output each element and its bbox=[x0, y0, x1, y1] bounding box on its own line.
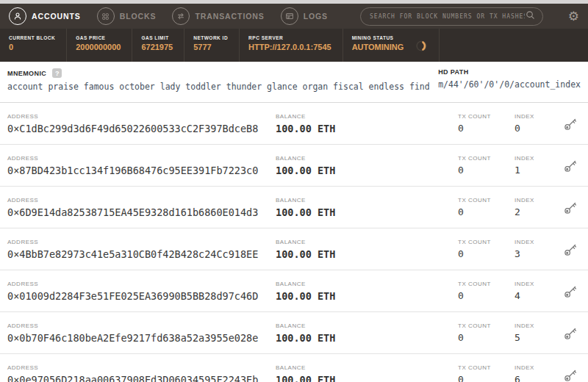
network-id-label: NETWORK ID bbox=[193, 35, 228, 40]
balance-label: BALANCE bbox=[276, 281, 458, 287]
account-tx-count: 0 bbox=[458, 374, 514, 382]
mnemonic-help-icon[interactable]: ? bbox=[52, 68, 62, 78]
tx-count-label: TX COUNT bbox=[458, 155, 514, 162]
account-row: ADDRESS 0×6D9E14da82538715EA45E9328d161b… bbox=[0, 187, 588, 228]
address-label: ADDRESS bbox=[7, 281, 276, 287]
index-label: INDEX bbox=[514, 155, 559, 162]
logs-window-icon bbox=[281, 7, 298, 25]
tab-logs[interactable]: LOGS bbox=[281, 7, 328, 25]
account-index: 5 bbox=[514, 332, 559, 343]
status-gas-limit: GAS LIMIT 6721975 bbox=[132, 29, 184, 62]
account-index: 1 bbox=[514, 165, 559, 176]
account-address: 0×0b70F46c180beA2Efe9217fd638a52a3955e02… bbox=[7, 332, 276, 344]
account-tx-count: 0 bbox=[458, 165, 514, 176]
search-input[interactable] bbox=[370, 13, 525, 20]
mnemonic-phrase: account praise famous october lady toddl… bbox=[7, 82, 430, 92]
account-address: 0×4BbB7e82973c41e5a310CB0f42B428c24Cc918… bbox=[7, 248, 276, 260]
account-row: ADDRESS 0×4BbB7e82973c41e5a310CB0f42B428… bbox=[0, 228, 588, 270]
current-block-value: 0 bbox=[9, 43, 55, 51]
account-index: 3 bbox=[514, 248, 559, 259]
account-list: ADDRESS 0×C1dBc299d3d6F49d65022600533cC2… bbox=[0, 103, 588, 382]
address-label: ADDRESS bbox=[7, 322, 276, 329]
account-index: 6 bbox=[514, 374, 559, 382]
show-private-key-icon[interactable] bbox=[562, 115, 579, 132]
rpc-server-value: HTTP://127.0.0.1:7545 bbox=[248, 43, 331, 51]
show-private-key-icon[interactable] bbox=[562, 240, 579, 258]
show-private-key-icon[interactable] bbox=[562, 198, 579, 216]
tab-transactions-label: TRANSACTIONS bbox=[195, 12, 264, 21]
settings-gear-icon[interactable]: ⚙ bbox=[568, 10, 579, 23]
hd-path-block: HD PATH m/44'/60'/0'/0/account_index bbox=[438, 68, 581, 102]
account-balance: 100.00 ETH bbox=[276, 332, 458, 344]
tx-count-label: TX COUNT bbox=[458, 113, 514, 120]
account-tx-count: 0 bbox=[458, 123, 514, 134]
gas-price-value: 2000000000 bbox=[76, 43, 121, 51]
gas-limit-label: GAS LIMIT bbox=[141, 35, 173, 40]
account-row: ADDRESS 0×87BD423b1cc134f196B68476c95EE3… bbox=[0, 145, 588, 187]
show-private-key-icon[interactable] bbox=[562, 324, 579, 342]
tab-blocks-label: BLOCKS bbox=[120, 12, 157, 21]
blocks-grid-icon bbox=[97, 7, 115, 25]
tab-blocks[interactable]: BLOCKS bbox=[97, 7, 157, 25]
current-block-label: CURRENT BLOCK bbox=[9, 35, 55, 40]
account-row: ADDRESS 0×0e97056D218aa00637908Ed3D06034… bbox=[0, 354, 588, 382]
account-address: 0×01009d2284F3e51FE025EA36990B5BB28d97c4… bbox=[7, 290, 276, 302]
tab-logs-label: LOGS bbox=[304, 12, 328, 21]
account-tx-count: 0 bbox=[458, 332, 514, 343]
account-tx-count: 0 bbox=[458, 248, 514, 259]
account-address: 0×0e97056D218aa00637908Ed3D06034595F2243… bbox=[7, 374, 276, 382]
swap-arrows-icon bbox=[172, 7, 190, 25]
account-balance: 100.00 ETH bbox=[276, 374, 458, 382]
mining-status-label: MINING STATUS bbox=[352, 35, 404, 40]
account-balance: 100.00 ETH bbox=[276, 290, 458, 302]
tab-accounts-label: ACCOUNTS bbox=[32, 12, 81, 21]
tx-count-label: TX COUNT bbox=[458, 322, 514, 329]
hd-path-value: m/44'/60'/0'/0/account_index bbox=[438, 79, 581, 90]
status-network-id: NETWORK ID 5777 bbox=[184, 29, 240, 62]
mining-status-value: AUTOMINING bbox=[352, 43, 404, 51]
account-address: 0×87BD423b1cc134f196B68476c95EE391Fb7223… bbox=[7, 165, 276, 176]
status-mining: MINING STATUS AUTOMINING bbox=[343, 29, 440, 62]
tab-accounts[interactable]: ACCOUNTS bbox=[9, 7, 81, 25]
status-gas-price: GAS PRICE 2000000000 bbox=[67, 29, 132, 62]
account-tx-count: 0 bbox=[458, 290, 514, 301]
statusbar-filler bbox=[440, 29, 588, 62]
account-balance: 100.00 ETH bbox=[276, 206, 458, 218]
search-bar[interactable] bbox=[360, 7, 543, 26]
show-private-key-icon[interactable] bbox=[562, 156, 579, 174]
account-row: ADDRESS 0×0b70F46c180beA2Efe9217fd638a52… bbox=[0, 312, 588, 354]
person-icon bbox=[9, 7, 26, 25]
address-label: ADDRESS bbox=[7, 113, 276, 120]
account-row: ADDRESS 0×01009d2284F3e51FE025EA36990B5B… bbox=[0, 270, 588, 312]
tab-transactions[interactable]: TRANSACTIONS bbox=[172, 7, 264, 25]
account-address: 0×6D9E14da82538715EA45E9328d161b6860E014… bbox=[7, 206, 276, 218]
status-current-block: CURRENT BLOCK 0 bbox=[0, 29, 67, 62]
index-label: INDEX bbox=[514, 113, 559, 120]
balance-label: BALANCE bbox=[276, 155, 458, 162]
index-label: INDEX bbox=[514, 364, 559, 371]
tx-count-label: TX COUNT bbox=[458, 281, 514, 287]
mnemonic-label: MNEMONIC bbox=[7, 70, 46, 77]
address-label: ADDRESS bbox=[7, 364, 276, 371]
balance-label: BALANCE bbox=[276, 364, 458, 371]
account-balance: 100.00 ETH bbox=[276, 248, 458, 260]
account-index: 4 bbox=[514, 290, 559, 301]
index-label: INDEX bbox=[514, 239, 559, 245]
network-id-value: 5777 bbox=[193, 43, 228, 51]
account-index: 0 bbox=[514, 123, 559, 134]
balance-label: BALANCE bbox=[276, 113, 458, 120]
show-private-key-icon[interactable] bbox=[562, 282, 579, 300]
status-bar: CURRENT BLOCK 0 GAS PRICE 2000000000 GAS… bbox=[0, 29, 588, 62]
account-tx-count: 0 bbox=[458, 206, 514, 217]
index-label: INDEX bbox=[514, 197, 559, 203]
search-icon[interactable] bbox=[525, 10, 536, 24]
account-balance: 100.00 ETH bbox=[276, 165, 458, 176]
balance-label: BALANCE bbox=[276, 197, 458, 203]
gas-price-label: GAS PRICE bbox=[76, 35, 121, 40]
show-private-key-icon[interactable] bbox=[562, 366, 579, 382]
tx-count-label: TX COUNT bbox=[458, 197, 514, 203]
automining-crescent-icon[interactable] bbox=[415, 40, 428, 62]
account-balance: 100.00 ETH bbox=[276, 123, 458, 134]
index-label: INDEX bbox=[514, 322, 559, 329]
mnemonic-panel: MNEMONIC ? account praise famous october… bbox=[0, 62, 588, 103]
